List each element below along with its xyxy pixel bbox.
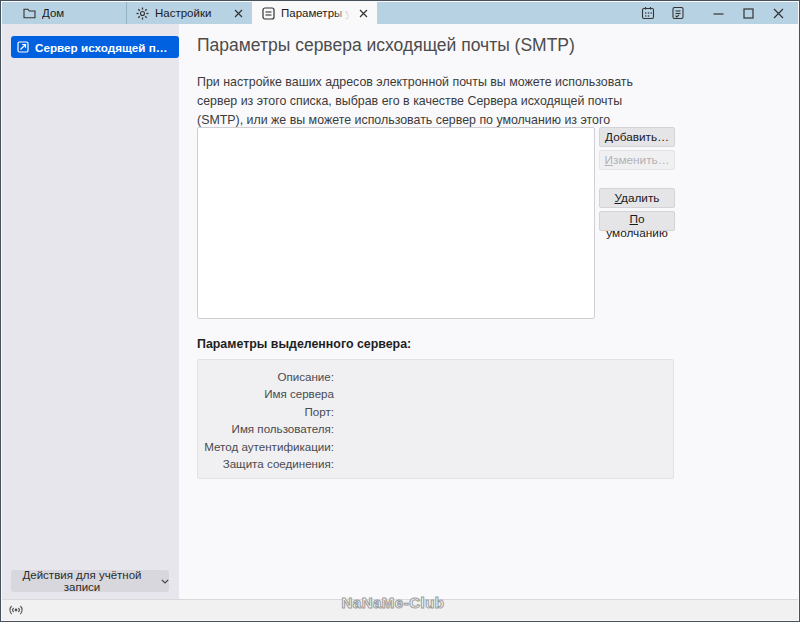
titlebar-tray bbox=[639, 2, 798, 24]
folder-icon bbox=[23, 7, 36, 19]
tab-bar: Дом Настройки bbox=[2, 2, 798, 24]
app-window: Дом Настройки bbox=[0, 0, 800, 622]
detail-row: Метод аутентификации: bbox=[198, 438, 673, 455]
watermark: NaNaMe-Club bbox=[341, 594, 444, 611]
server-list-buttons: Добавить… Изменить… Удалить По умолчанию bbox=[599, 127, 675, 231]
account-actions-button[interactable]: Действия для учётной записи bbox=[11, 570, 169, 592]
sidebar-item-label: Сервер исходящей почты (SMTP) bbox=[35, 41, 173, 54]
settings-sidebar: Сервер исходящей почты (SMTP) Действия д… bbox=[2, 24, 179, 601]
detail-row: Имя сервера bbox=[198, 385, 673, 402]
smtp-settings-pane: Параметры сервера исходящей почты (SMTP)… bbox=[179, 24, 798, 599]
tab-settings[interactable]: Настройки bbox=[127, 2, 252, 24]
add-server-button[interactable]: Добавить… bbox=[599, 127, 675, 147]
smtp-server-list[interactable] bbox=[197, 127, 595, 319]
tab-home[interactable]: Дом bbox=[2, 2, 127, 24]
tab-home-label: Дом bbox=[42, 7, 126, 19]
port-label: Порт: bbox=[198, 403, 334, 420]
detail-row: Порт: bbox=[198, 403, 673, 420]
connection-security-label: Защита соединения: bbox=[198, 455, 334, 472]
broadcast-icon[interactable] bbox=[8, 604, 24, 616]
chevron-down-icon bbox=[161, 579, 169, 584]
page-title: Параметры сервера исходящей почты (SMTP) bbox=[197, 35, 575, 56]
outgoing-server-icon bbox=[17, 41, 29, 53]
account-actions-label: Действия для учётной записи bbox=[11, 569, 153, 593]
set-default-server-button[interactable]: По умолчанию bbox=[599, 211, 675, 231]
calendar-icon[interactable] bbox=[639, 5, 656, 22]
label-fade bbox=[334, 7, 350, 19]
close-tab-icon[interactable] bbox=[231, 6, 245, 20]
close-tab-icon[interactable] bbox=[356, 6, 370, 20]
close-window-icon[interactable] bbox=[771, 6, 786, 21]
account-settings-icon bbox=[262, 7, 275, 20]
server-name-label: Имя сервера bbox=[198, 385, 334, 402]
tasks-icon[interactable] bbox=[669, 5, 686, 22]
tab-account-settings-label: Параметры учётной записи bbox=[281, 7, 350, 19]
detail-row: Защита соединения: bbox=[198, 455, 673, 472]
description-label: Описание: bbox=[198, 368, 334, 385]
window-controls bbox=[711, 6, 786, 21]
edit-server-button[interactable]: Изменить… bbox=[599, 150, 675, 170]
tab-account-settings[interactable]: Параметры учётной записи bbox=[252, 2, 377, 24]
sidebar-item-outgoing-server[interactable]: Сервер исходящей почты (SMTP) bbox=[11, 36, 179, 58]
selected-server-header: Параметры выделенного сервера: bbox=[197, 337, 411, 351]
tab-settings-label: Настройки bbox=[155, 7, 225, 19]
auth-method-label: Метод аутентификации: bbox=[198, 438, 334, 455]
username-label: Имя пользователя: bbox=[198, 420, 334, 437]
remove-server-button[interactable]: Удалить bbox=[599, 188, 675, 208]
detail-row: Имя пользователя: bbox=[198, 420, 673, 437]
maximize-icon[interactable] bbox=[741, 6, 756, 21]
gear-icon bbox=[136, 7, 149, 20]
minimize-icon[interactable] bbox=[711, 6, 726, 21]
detail-row: Описание: bbox=[198, 368, 673, 385]
selected-server-details: Описание: Имя сервера Порт: Имя пользова… bbox=[197, 359, 674, 479]
